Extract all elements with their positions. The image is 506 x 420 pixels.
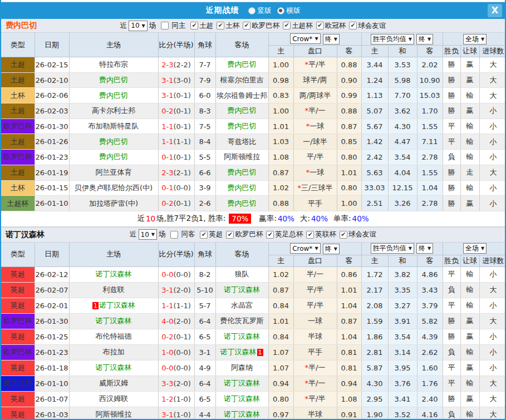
score-cell: 3-3(2-0) xyxy=(158,375,194,391)
horizontal-view-label[interactable]: 横版 xyxy=(287,6,301,16)
avg-odds-select[interactable]: 胜平负均值▼ xyxy=(371,243,414,254)
same-venue-checkbox[interactable] xyxy=(161,22,169,29)
away-team: 费内巴切 xyxy=(215,180,268,196)
score-cell: 1-2(1-0) xyxy=(158,391,194,407)
competition-checkbox[interactable] xyxy=(226,231,234,239)
competition-checkbox[interactable] xyxy=(243,22,250,29)
competition-label[interactable]: 欧冠杯 xyxy=(325,21,346,31)
data-cell: 6-4 xyxy=(194,313,215,329)
data-cell: 1.01 xyxy=(268,118,293,134)
away-team: 费内巴切 xyxy=(215,57,268,73)
competition-label[interactable]: 球会友谊 xyxy=(348,230,376,239)
col-type: 类型 xyxy=(1,33,35,57)
data-cell: 0.99 xyxy=(337,88,361,103)
data-cell: 3.53 xyxy=(388,57,417,73)
competition-checkbox[interactable] xyxy=(266,231,274,239)
competition-label[interactable]: 土超 xyxy=(199,21,213,31)
handicap-cell: 平/半 xyxy=(293,282,337,298)
bookmaker-select[interactable]: Crow*▼ xyxy=(290,33,320,44)
competition-tag: 英超 xyxy=(1,391,35,407)
competition-label[interactable]: 球会友谊 xyxy=(358,21,386,31)
home-team: 1诺丁汉森林 xyxy=(69,298,158,313)
data-cell: 4.04 xyxy=(388,165,417,180)
home-team: 费内巴切 xyxy=(69,72,158,88)
away-team: 诺丁汉森林 xyxy=(215,407,268,420)
handicap-cell: 半/一 xyxy=(293,266,337,282)
competition-checkbox[interactable] xyxy=(283,22,291,29)
home-team: 诺丁汉森林 xyxy=(69,313,158,329)
games-count-select[interactable]: 10▼ xyxy=(129,21,147,31)
data-cell: 26-01-30 xyxy=(35,313,69,329)
competition-checkbox[interactable] xyxy=(217,22,224,29)
data-cell: 大 xyxy=(479,375,506,391)
data-cell: 7.70 xyxy=(388,88,417,103)
data-cell: 勝 xyxy=(443,57,460,73)
away-team: 费伦茨瓦罗斯 xyxy=(215,313,268,329)
sub-avg-draw: 和 xyxy=(388,255,417,266)
data-cell: 26-01-23 xyxy=(35,344,69,360)
match-row: 土超26-02-15特拉布宗2-3(2-2)7-7费内巴切1.00*平/半0.8… xyxy=(1,57,506,73)
home-team: 费内巴切 xyxy=(69,134,158,150)
data-cell: 3.41 xyxy=(388,391,417,407)
data-cell: 勝 xyxy=(443,88,460,103)
data-cell: 0.88 xyxy=(268,196,293,211)
competition-checkbox[interactable] xyxy=(306,231,314,239)
data-cell: 8-2 xyxy=(194,266,215,282)
competition-label[interactable]: 英联杯 xyxy=(315,230,336,239)
data-cell: 1.70 xyxy=(417,103,443,119)
competition-label[interactable]: 欧罗巴杯 xyxy=(235,230,263,239)
competition-label[interactable]: 土杯 xyxy=(225,21,239,31)
away-team: 诺丁汉森林 xyxy=(215,375,268,391)
fulltime-select[interactable]: 全场▼ xyxy=(463,34,487,45)
competition-label[interactable]: 英足总杯 xyxy=(275,230,303,239)
competition-label[interactable]: 土超杯 xyxy=(292,21,313,31)
games-count-select[interactable]: 10▼ xyxy=(139,229,157,240)
competition-label[interactable]: 英超 xyxy=(209,230,223,239)
data-cell: 平 xyxy=(443,298,460,313)
close-icon[interactable]: X xyxy=(488,4,502,17)
data-cell: 33.03 xyxy=(361,180,388,196)
final-avg-select[interactable]: 终▼ xyxy=(416,243,433,254)
data-cell: 3.54 xyxy=(388,150,417,165)
competition-checkbox[interactable] xyxy=(190,22,198,29)
data-cell: 5.87 xyxy=(361,360,388,375)
handicap-cell: *半/一 xyxy=(293,103,337,119)
handicap-cell: *半/一 xyxy=(293,360,337,375)
same-venue-label[interactable]: 同客 xyxy=(181,230,195,239)
data-cell: 3.52 xyxy=(388,407,417,420)
data-cell: 輸 xyxy=(460,180,479,196)
final-odds-select[interactable]: 终▼ xyxy=(323,244,340,254)
data-cell: 0.87 xyxy=(268,282,293,298)
final-avg-select[interactable]: 终▼ xyxy=(416,34,433,45)
data-cell: 26-01-10 xyxy=(35,196,69,211)
final-odds-select[interactable]: 终▼ xyxy=(323,34,340,45)
vertical-view-radio[interactable] xyxy=(248,7,256,14)
score-cell: 0-0(0-0) xyxy=(158,266,194,282)
home-team: 阿斯顿维拉 xyxy=(69,407,158,420)
same-venue-checkbox[interactable] xyxy=(170,231,178,239)
chevron-down-icon: ▼ xyxy=(151,232,155,237)
competition-label[interactable]: 欧罗巴杯 xyxy=(252,21,279,31)
handicap-cell: *平/半 xyxy=(293,57,337,73)
competition-checkbox[interactable] xyxy=(340,231,347,239)
competition-tag: 土杯 xyxy=(1,180,35,196)
avg-odds-select[interactable]: 胜平负均值▼ xyxy=(371,34,414,45)
bookmaker-select[interactable]: Crow*▼ xyxy=(290,243,320,254)
vertical-view-label[interactable]: 竖版 xyxy=(258,6,272,16)
score-cell: 0-2(0-1) xyxy=(158,196,194,211)
data-cell: 負 xyxy=(443,150,460,165)
data-cell: 5-5 xyxy=(194,150,215,165)
data-cell: 平 xyxy=(443,375,460,391)
same-venue-label[interactable]: 同主 xyxy=(171,21,185,31)
recent-results-window: 近期战绩 竖版 横版 X 费内巴切 近 10▼ 场 同主 土超土杯欧罗巴杯土超杯… xyxy=(0,0,506,420)
chevron-down-icon: ▼ xyxy=(481,246,484,251)
data-cell: 1.08 xyxy=(268,150,293,165)
fulltime-select[interactable]: 全场▼ xyxy=(463,243,487,254)
data-cell: 26-02-15 xyxy=(35,57,69,73)
horizontal-view-radio[interactable] xyxy=(277,7,284,14)
sub-handicap: 盘口 xyxy=(293,255,337,266)
competition-checkbox[interactable] xyxy=(349,22,357,29)
competition-checkbox[interactable] xyxy=(200,231,208,239)
competition-checkbox[interactable] xyxy=(316,22,324,29)
data-cell: 8-3 xyxy=(194,103,215,119)
